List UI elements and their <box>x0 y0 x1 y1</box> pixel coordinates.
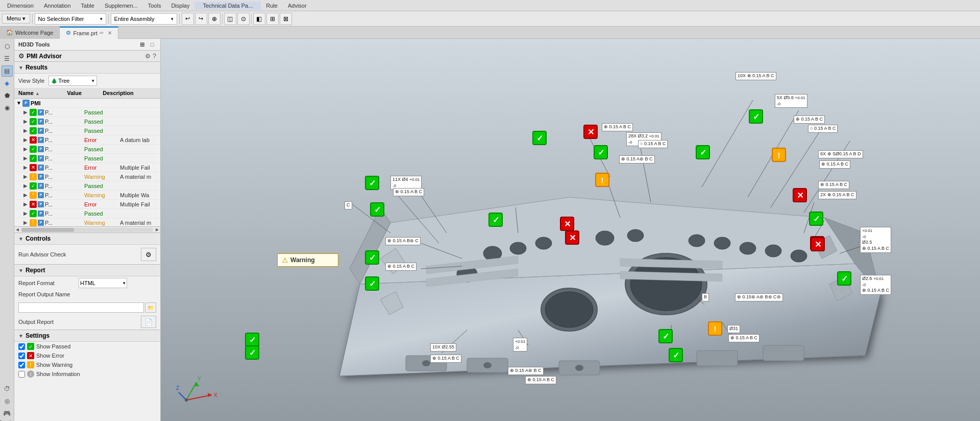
vp-x-4[interactable]: ✕ <box>793 188 807 202</box>
toolbar-btn-1[interactable]: ↩ <box>182 13 194 25</box>
show-error-checkbox[interactable] <box>18 353 25 359</box>
toolbar-btn-6[interactable]: ◧ <box>253 13 265 25</box>
show-passed-checkbox[interactable] <box>18 343 25 350</box>
tree-row-3[interactable]: ▶ ✕ P P... Error A datum lab <box>14 135 160 145</box>
run-check-button[interactable]: ⚙ <box>141 248 156 261</box>
tree-hscrollbar[interactable]: ◀ ▶ <box>14 226 160 232</box>
hd3d-settings-icon[interactable]: ⊞ <box>138 40 146 49</box>
toolbar-btn-8[interactable]: ⊠ <box>280 13 292 25</box>
left-tool-5[interactable]: ⬟ <box>2 90 13 101</box>
toolbar-btn-2[interactable]: ↪ <box>195 13 207 25</box>
vp-check-8[interactable]: ✓ <box>749 109 763 124</box>
output-report-button[interactable]: 📄 <box>141 316 156 328</box>
tree-row-6[interactable]: ▶ ✕ P P... Error Multiple Fail <box>14 163 160 172</box>
vp-warn-1[interactable]: ! <box>595 173 609 187</box>
vp-x-1[interactable]: ✕ <box>583 125 598 139</box>
pmi-settings-icon[interactable]: ⚙ <box>145 53 151 60</box>
show-info-checkbox[interactable] <box>18 371 25 378</box>
col-name-sort[interactable]: ▲ <box>35 91 40 96</box>
report-section-header[interactable]: ▼ Report <box>14 265 160 276</box>
toolbar-btn-5[interactable]: ⊙ <box>237 13 250 25</box>
tree-container[interactable]: ▼ P PMI ▶ ✓ P P... Passed ▶ ✓ P P <box>14 99 160 226</box>
vp-check-14[interactable]: ✓ <box>245 333 259 347</box>
tree-row-1[interactable]: ▶ ✓ P P... Passed <box>14 117 160 126</box>
vp-check-11[interactable]: ✓ <box>658 329 673 343</box>
vp-check-15[interactable]: ✓ <box>245 345 259 360</box>
left-tool-7[interactable]: ⏱ <box>2 383 13 394</box>
scroll-left-btn[interactable]: ◀ <box>14 227 20 233</box>
tree-row-9[interactable]: ▶ ! P P... Warning Multiple Wa <box>14 191 160 200</box>
left-tool-3[interactable]: ▤ <box>2 65 13 77</box>
vp-check-12[interactable]: ✓ <box>669 348 683 362</box>
vp-check-9[interactable]: ✓ <box>809 212 823 226</box>
entire-assembly-dropdown[interactable]: Entire Assembly ▾ <box>111 13 177 25</box>
view-style-icon: 🌲 <box>51 78 57 84</box>
vp-check-10[interactable]: ✓ <box>488 213 503 227</box>
vp-x-6[interactable]: ✕ <box>811 237 825 251</box>
left-tool-2[interactable]: ☰ <box>2 53 13 64</box>
tree-row-0[interactable]: ▶ ✓ P P... Passed <box>14 108 160 117</box>
annotation-menu[interactable]: Annotation <box>39 2 76 10</box>
tree-row-4[interactable]: ▶ ✓ P P... Passed <box>14 145 160 154</box>
left-tool-1[interactable]: ⬡ <box>2 41 13 52</box>
report-browse-button[interactable]: 📁 <box>145 302 156 313</box>
selection-filter-dropdown[interactable]: No Selection Filter ▾ <box>35 13 106 25</box>
pmi-expand-arrow[interactable]: ▼ <box>16 100 21 106</box>
results-section-header[interactable]: ▼ Results <box>14 62 160 74</box>
warning-popup[interactable]: ⚠ Warning <box>277 253 338 267</box>
tree-row-12[interactable]: ▶ ! P P... Warning A material m <box>14 218 160 226</box>
vp-check-2[interactable]: ✓ <box>370 202 384 217</box>
toolbar-btn-3[interactable]: ⊕ <box>208 13 220 25</box>
tree-row-2[interactable]: ▶ ✓ P P... Passed <box>14 126 160 135</box>
tab-welcome[interactable]: 🏠 Welcome Page <box>0 27 60 39</box>
tree-row-11[interactable]: ▶ ✓ P P... Passed <box>14 209 160 218</box>
tab-frame[interactable]: ⚙ Frame.prt ✏ ✕ <box>60 27 118 39</box>
settings-section-header[interactable]: ▼ Settings <box>14 330 160 342</box>
viewport[interactable]: ⚠ Warning ✓ ✓ ✓ ✓ ✓ ✓ ✓ ✓ ✓ ✓ ✓ ✓ ✓ ✓ ✓ … <box>161 39 980 421</box>
tab-close-button[interactable]: ✕ <box>108 30 112 36</box>
report-output-name-input[interactable] <box>18 302 144 313</box>
vp-check-3[interactable]: ✓ <box>365 250 379 265</box>
vp-check-1[interactable]: ✓ <box>365 176 379 190</box>
tree-row-7[interactable]: ▶ ! P P... Warning A material m <box>14 172 160 181</box>
toolbar-btn-4[interactable]: ◫ <box>224 13 236 25</box>
pmi-help-icon[interactable]: ? <box>153 53 156 60</box>
left-tool-6[interactable]: ◉ <box>2 102 13 113</box>
tree-header: Name ▲ Value Description <box>14 88 160 99</box>
tools-menu[interactable]: Tools <box>143 2 166 10</box>
left-tool-9[interactable]: 🎮 <box>2 408 13 419</box>
scroll-track[interactable] <box>21 228 153 232</box>
pmi-root-item[interactable]: ▼ P PMI <box>14 99 160 108</box>
menu-button[interactable]: Menu ▾ <box>2 14 30 24</box>
vp-check-7[interactable]: ✓ <box>696 145 710 159</box>
display-menu[interactable]: Display <box>166 2 194 10</box>
technical-data-menu[interactable]: Technical Data Pa... <box>194 2 261 10</box>
tree-row-8[interactable]: ▶ ✓ P P... Passed <box>14 181 160 191</box>
svg-point-11 <box>689 235 705 247</box>
hd3d-maximize-icon[interactable]: □ <box>148 40 156 49</box>
svg-line-52 <box>179 392 186 400</box>
dimension-menu[interactable]: Dimension <box>2 2 39 10</box>
tree-row-10[interactable]: ▶ ✕ P P... Error Multiple Fail <box>14 200 160 209</box>
vp-check-6[interactable]: ✓ <box>594 145 608 159</box>
supplement-menu[interactable]: Supplemen... <box>100 2 143 10</box>
vp-warn-3[interactable]: ! <box>708 321 722 336</box>
show-warning-checkbox[interactable] <box>18 362 25 368</box>
advisor-menu[interactable]: Advisor <box>283 2 312 10</box>
vp-x-3[interactable]: ✕ <box>565 230 579 245</box>
vp-check-5[interactable]: ✓ <box>532 131 547 145</box>
vp-warn-2[interactable]: ! <box>772 148 786 162</box>
left-tool-4[interactable]: ◈ <box>2 78 13 89</box>
table-menu[interactable]: Table <box>76 2 100 10</box>
left-tool-8[interactable]: ◎ <box>2 395 13 407</box>
vp-check-13[interactable]: ✓ <box>837 271 851 286</box>
report-format-select[interactable]: HTML ▾ <box>79 278 127 288</box>
rule-menu[interactable]: Rule <box>261 2 283 10</box>
toolbar-btn-7[interactable]: ⊞ <box>266 13 279 25</box>
controls-section-header[interactable]: ▼ Controls <box>14 233 160 245</box>
scroll-right-btn[interactable]: ▶ <box>154 227 160 233</box>
view-style-select[interactable]: 🌲 Tree ▾ <box>48 76 97 86</box>
vp-check-4[interactable]: ✓ <box>365 276 379 291</box>
tree-row-5[interactable]: ▶ ✓ P P... Passed <box>14 154 160 163</box>
vp-x-2[interactable]: ✕ <box>560 217 574 231</box>
